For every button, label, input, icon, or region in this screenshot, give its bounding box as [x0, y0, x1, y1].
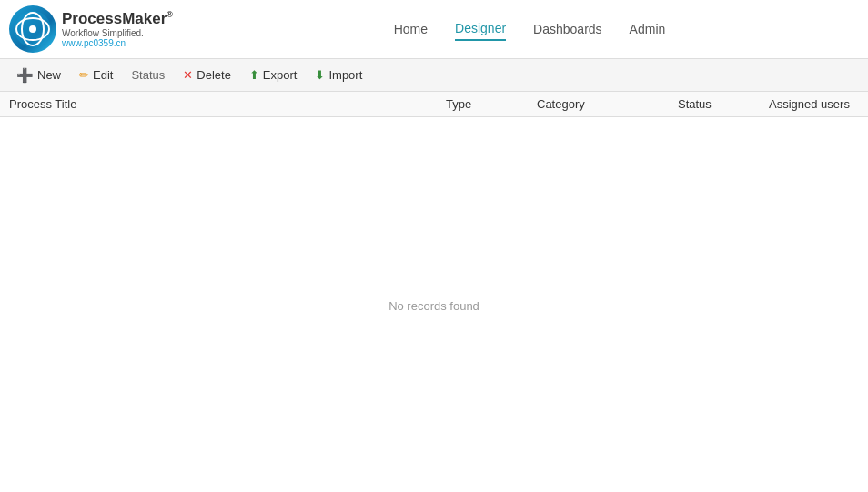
- status-label: Status: [124, 65, 172, 85]
- toolbar: ➕ New ✏ Edit Status ✕ Delete ⬆ Export ⬇ …: [0, 59, 868, 92]
- col-status: Status: [678, 97, 769, 111]
- process-table: Process Title Type Category Status Assig…: [0, 92, 868, 313]
- import-icon: ⬇: [315, 68, 325, 82]
- nav-dashboards[interactable]: Dashboards: [533, 18, 602, 40]
- brand-name: ProcessMaker®: [62, 10, 173, 28]
- table-header-row: Process Title Type Category Status Assig…: [0, 92, 868, 117]
- edit-button[interactable]: ✏ Edit: [72, 65, 120, 85]
- logo-text: ProcessMaker® Workflow Simplified. www.p…: [62, 10, 173, 48]
- delete-button[interactable]: ✕ Delete: [176, 65, 238, 85]
- logo: ProcessMaker® Workflow Simplified. www.p…: [9, 5, 200, 53]
- delete-label: Delete: [197, 68, 231, 82]
- col-category: Category: [537, 97, 678, 111]
- logo-icon: [9, 5, 56, 53]
- col-type: Type: [446, 97, 537, 111]
- delete-icon: ✕: [183, 68, 193, 82]
- import-label: Import: [328, 68, 362, 82]
- import-button[interactable]: ⬇ Import: [308, 65, 369, 85]
- new-button[interactable]: ➕ New: [9, 65, 68, 86]
- col-process-title: Process Title: [9, 97, 446, 111]
- nav-designer[interactable]: Designer: [455, 17, 506, 41]
- export-button[interactable]: ⬆ Export: [242, 65, 305, 85]
- col-assigned-users: Assigned users: [769, 97, 859, 111]
- edit-icon: ✏: [79, 68, 89, 82]
- edit-label: Edit: [93, 68, 113, 82]
- svg-point-3: [29, 25, 36, 33]
- brand-url: www.pc0359.cn: [62, 38, 173, 48]
- export-icon: ⬆: [249, 68, 259, 82]
- brand-sub: Workflow Simplified.: [62, 28, 173, 38]
- new-label: New: [37, 68, 61, 82]
- export-label: Export: [263, 68, 298, 82]
- nav-home[interactable]: Home: [394, 18, 428, 40]
- nav-admin[interactable]: Admin: [630, 18, 666, 40]
- main-nav: Home Designer Dashboards Admin: [200, 17, 859, 41]
- new-icon: ➕: [16, 67, 34, 84]
- no-records-message: No records found: [0, 117, 868, 313]
- app-header: ProcessMaker® Workflow Simplified. www.p…: [0, 0, 868, 59]
